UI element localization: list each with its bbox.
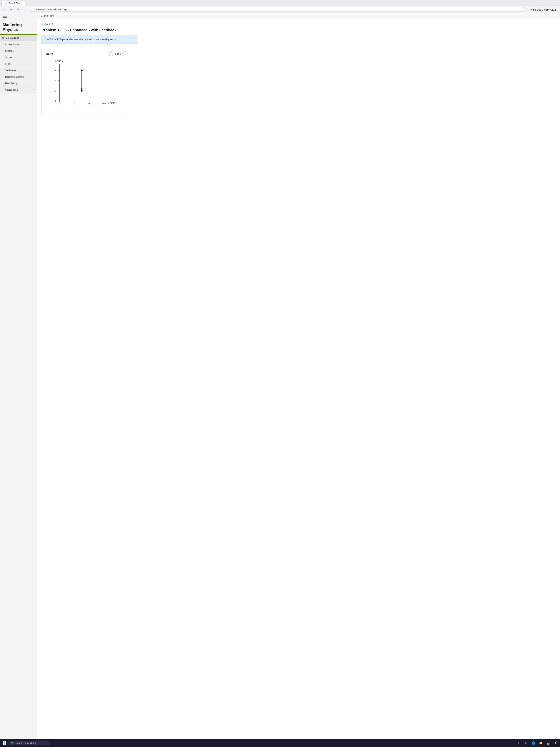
windows-button[interactable]: ⊞ xyxy=(523,740,529,746)
search-icon: 🔍 xyxy=(11,742,14,744)
prev-page-button[interactable]: < xyxy=(108,51,113,56)
svg-rect-25 xyxy=(5,743,6,745)
svg-text:200: 200 xyxy=(87,102,91,105)
task-view-button[interactable]: ○ xyxy=(516,740,522,746)
sidebar-label-user-settings: User Settings xyxy=(5,82,19,85)
figure-container: Figure < 1 of 1 > p (atm) V (cm³) xyxy=(42,48,130,114)
svg-text:3: 3 xyxy=(54,69,56,72)
taskbar-icons: ○ ⊞ 🌐 📁 🔒 ⚡ xyxy=(516,740,559,746)
address-separator: | xyxy=(46,8,46,11)
security-icon: ⚠ xyxy=(31,8,33,11)
problem-title: Problem 12.33 - Enhanced - with Feedback xyxy=(42,28,556,32)
tab-title: Best & Fast... xyxy=(8,2,22,5)
pagination-text: 1 of 1 xyxy=(115,52,121,55)
svg-text:1: 1 xyxy=(54,89,56,92)
nav-dot-my-courses xyxy=(2,37,4,39)
browser-toolbar: ← → ↻ ⌂ ⚠ Not secure | openvellum.ecolle… xyxy=(0,6,560,13)
svg-text:0: 0 xyxy=(54,100,56,102)
y-axis-label: p (atm) xyxy=(55,59,63,62)
svg-rect-24 xyxy=(3,743,5,745)
chevron-right-icon: › xyxy=(33,88,34,91)
sidebar-label-course-tools: Course Tools xyxy=(5,88,18,91)
taskbar-search[interactable]: 🔍 Search for anything xyxy=(9,741,50,745)
hamburger-line-3 xyxy=(3,17,7,18)
app-title: Mastering Physics xyxy=(3,22,34,32)
sidebar-label-scores: Scores xyxy=(5,56,12,59)
back-button[interactable]: ← xyxy=(2,7,7,12)
svg-rect-23 xyxy=(5,741,6,743)
breadcrumb-text: Course Home xyxy=(41,15,54,17)
sidebar-item-scores[interactable]: Scores xyxy=(0,54,37,61)
address-bar[interactable]: ⚠ Not secure | openvellum.ecollegc... xyxy=(28,7,525,12)
figure-title: Figure xyxy=(45,52,53,55)
sidebar-item-syllabus[interactable]: Syllabus xyxy=(0,48,37,54)
taskbar: 🔍 Search for anything ○ ⊞ 🌐 📁 🔒 ⚡ xyxy=(0,739,560,747)
hw-back-link[interactable]: < HW #12 xyxy=(42,23,53,26)
edge-browser-icon[interactable]: 🌐 xyxy=(531,740,536,746)
svg-text:100: 100 xyxy=(73,102,76,105)
hamburger-button[interactable] xyxy=(0,13,37,20)
tab-bar: 📄 Best & Fast... xyxy=(0,0,560,6)
hamburger-line-1 xyxy=(3,15,7,16)
course-title: PHYS 2010 F2F F202 xyxy=(529,8,556,11)
svg-text:0: 0 xyxy=(59,102,60,105)
sidebar-item-etext[interactable]: eText xyxy=(0,61,37,67)
main-content: Course Home < HW #12 Problem 12.33 - Enh… xyxy=(37,13,560,739)
sidebar-item-study-area[interactable]: Study Area xyxy=(0,67,37,74)
point-f xyxy=(81,90,83,92)
svg-text:i: i xyxy=(83,68,84,70)
svg-text:300: 300 xyxy=(102,102,106,105)
chart-wrapper: p (atm) V (cm³) 0 1 xyxy=(45,58,127,111)
page-wrapper: Mastering Physics My Courses Course Home… xyxy=(0,13,560,739)
sidebar-label-study-area: Study Area xyxy=(5,69,16,72)
address-text: openvellum.ecollegc... xyxy=(47,8,70,11)
figure-pagination: < 1 of 1 > xyxy=(108,51,127,56)
next-page-button[interactable]: > xyxy=(123,51,127,56)
sidebar-label-course-home: Course Home xyxy=(5,43,19,46)
forward-button[interactable]: → xyxy=(8,7,14,12)
svg-text:f: f xyxy=(83,89,84,92)
svg-rect-22 xyxy=(3,741,5,743)
content-area: < HW #12 Problem 12.33 - Enhanced - with… xyxy=(37,19,560,739)
home-button[interactable]: ⌂ xyxy=(22,7,27,12)
x-axis-label: V (cm³) xyxy=(108,102,115,104)
problem-description: 0.0055 mol of gas undergoes the process … xyxy=(42,35,138,44)
sidebar-item-course-home[interactable]: Course Home xyxy=(0,41,37,48)
sidebar-item-course-tools[interactable]: Course Tools › xyxy=(0,87,37,93)
sidebar-label-my-courses: My Courses xyxy=(5,36,19,39)
sidebar-item-my-courses[interactable]: My Courses xyxy=(0,35,37,41)
svg-text:2: 2 xyxy=(54,79,56,82)
flash-icon[interactable]: ⚡ xyxy=(553,740,559,746)
pv-chart: p (atm) V (cm³) 0 1 xyxy=(45,58,115,110)
sidebar-label-syllabus: Syllabus xyxy=(5,50,14,52)
sidebar-label-etext: eText xyxy=(5,62,10,65)
sidebar: Mastering Physics My Courses Course Home… xyxy=(0,13,37,739)
sidebar-header: Mastering Physics xyxy=(0,20,37,35)
search-placeholder-text: Search for anything xyxy=(16,742,36,744)
page-title-bar: PHYS 2010 F2F F202 xyxy=(526,7,558,12)
figure-header: Figure < 1 of 1 > xyxy=(45,51,127,56)
browser-tab[interactable]: 📄 Best & Fast... xyxy=(1,1,25,6)
sidebar-item-document-sharing[interactable]: Document Sharing xyxy=(0,74,37,80)
start-button[interactable] xyxy=(1,740,8,746)
reload-button[interactable]: ↻ xyxy=(15,7,20,12)
windows-logo-icon xyxy=(3,741,6,745)
tab-favicon: 📄 xyxy=(5,2,7,5)
security-label: Not secure xyxy=(34,8,45,11)
point-i xyxy=(81,70,83,71)
file-explorer-icon[interactable]: 📁 xyxy=(538,740,544,746)
sidebar-label-document-sharing: Document Sharing xyxy=(5,76,24,78)
lock-icon[interactable]: 🔒 xyxy=(545,740,551,746)
sidebar-item-user-settings[interactable]: User Settings xyxy=(0,80,37,87)
breadcrumb: Course Home xyxy=(37,13,560,19)
hamburger-line-2 xyxy=(3,16,7,17)
